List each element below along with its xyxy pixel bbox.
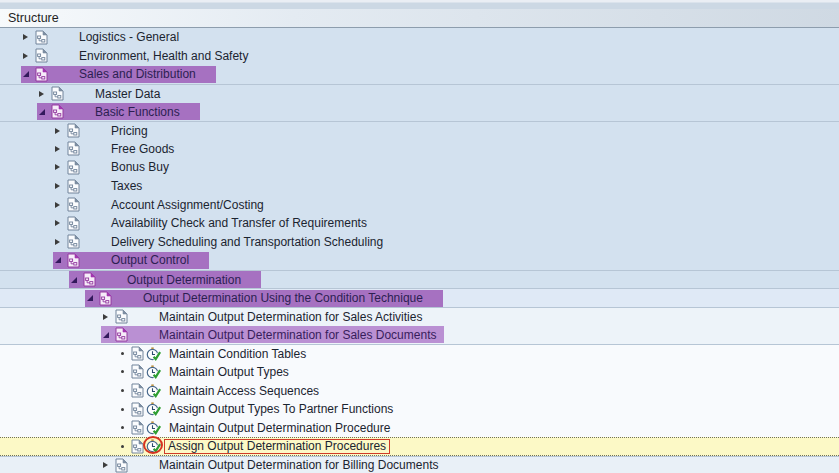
img-structure-node-icon — [115, 327, 128, 342]
red-circle-annotation[interactable] — [146, 438, 162, 454]
tree-item-label: Master Data — [95, 87, 160, 101]
tree-item-label: Maintain Condition Tables — [169, 347, 306, 361]
img-structure-node-icon — [131, 439, 144, 454]
img-activity-execute-icon[interactable] — [146, 364, 162, 380]
activity-icon-wrap[interactable] — [146, 364, 162, 380]
expand-toggle-icon[interactable] — [103, 314, 115, 320]
expand-toggle-icon[interactable] — [55, 128, 67, 134]
tree-item-label: Assign Output Determination Procedures — [168, 439, 386, 453]
expand-toggle-icon[interactable] — [55, 202, 67, 208]
tree-row[interactable]: Assign Output Determination Procedures — [0, 437, 839, 456]
expand-toggle-icon[interactable] — [55, 183, 67, 189]
img-activity-execute-icon[interactable] — [146, 346, 162, 362]
activity-icon-wrap[interactable] — [146, 420, 162, 436]
leaf-dot-icon — [119, 352, 131, 355]
expand-toggle-icon[interactable] — [55, 220, 67, 226]
img-activity-execute-icon[interactable] — [146, 438, 162, 454]
tree-item-label: Assign Output Types To Partner Functions — [169, 402, 393, 416]
tree-item-label: Availability Check and Transfer of Requi… — [111, 216, 367, 230]
tree-row[interactable]: Maintain Output Determination Procedure — [0, 418, 839, 437]
tree-row[interactable]: Maintain Output Determination for Sales … — [0, 326, 839, 345]
tree-item-label: Bonus Buy — [111, 160, 169, 174]
tree-item-label: Logistics - General — [79, 30, 179, 44]
img-activity-execute-icon[interactable] — [146, 383, 162, 399]
expand-toggle-icon[interactable] — [23, 53, 35, 59]
tree-row[interactable]: Delivery Scheduling and Transportation S… — [0, 233, 839, 252]
tree-item-label: Free Goods — [111, 142, 174, 156]
img-structure-node-icon — [131, 346, 144, 361]
tree-row[interactable]: Environment, Health and Safety — [0, 47, 839, 66]
img-structure-node-icon — [131, 364, 144, 379]
tree-row[interactable]: Account Assignment/Costing — [0, 195, 839, 214]
img-structure-node-icon — [67, 197, 80, 212]
tree-item-label: Output Determination Using the Condition… — [143, 291, 423, 305]
img-structure-node-icon — [67, 253, 80, 268]
tree-row[interactable]: Maintain Access Sequences — [0, 381, 839, 400]
collapse-toggle-icon[interactable] — [71, 277, 83, 283]
tree-row[interactable]: Bonus Buy — [0, 158, 839, 177]
expand-toggle-icon[interactable] — [55, 164, 67, 170]
tree-item-label: Maintain Output Determination Procedure — [169, 421, 390, 435]
tree-item-label: Environment, Health and Safety — [79, 49, 248, 63]
tree-row[interactable]: Master Data — [0, 84, 839, 103]
tree-row[interactable]: Maintain Output Determination for Billin… — [0, 456, 839, 473]
img-structure-node-icon — [131, 402, 144, 417]
tree-row[interactable]: Free Goods — [0, 140, 839, 159]
img-structure-node-icon — [35, 67, 48, 82]
img-structure-node-icon — [83, 272, 96, 287]
expand-toggle-icon[interactable] — [55, 146, 67, 152]
tree-row[interactable]: Output Determination — [0, 270, 839, 289]
structure-header: Structure — [0, 9, 839, 28]
tree-row[interactable]: Maintain Condition Tables — [0, 344, 839, 363]
expand-toggle-icon[interactable] — [103, 462, 115, 468]
tree-item-label: Delivery Scheduling and Transportation S… — [111, 235, 383, 249]
tree-row[interactable]: Assign Output Types To Partner Functions — [0, 400, 839, 419]
img-activity-execute-icon[interactable] — [146, 401, 162, 417]
tree-row[interactable]: Basic Functions — [0, 102, 839, 121]
tree-row[interactable]: Logistics - General — [0, 28, 839, 47]
collapse-toggle-icon[interactable] — [23, 71, 35, 77]
leaf-dot-icon — [119, 370, 131, 373]
img-structure-node-icon — [67, 179, 80, 194]
img-structure-node-icon — [131, 383, 144, 398]
img-structure-node-icon — [51, 104, 64, 119]
leaf-dot-icon — [119, 426, 131, 429]
tree: Logistics - GeneralEnvironment, Health a… — [0, 28, 839, 473]
collapse-toggle-icon[interactable] — [87, 295, 99, 301]
img-structure-node-icon — [67, 216, 80, 231]
img-structure-node-icon — [51, 86, 64, 101]
activity-icon-wrap[interactable] — [146, 401, 162, 417]
collapse-toggle-icon[interactable] — [55, 257, 67, 263]
tree-row[interactable]: Output Determination Using the Condition… — [0, 288, 839, 307]
tree-item-label: Sales and Distribution — [79, 67, 196, 81]
img-structure-node-icon — [99, 291, 112, 306]
img-structure-node-icon — [67, 141, 80, 156]
leaf-dot-icon — [119, 389, 131, 392]
tree-row[interactable]: Maintain Output Types — [0, 363, 839, 382]
expand-toggle-icon[interactable] — [23, 34, 35, 40]
img-structure-node-icon — [67, 234, 80, 249]
img-structure-window: Structure Logistics - GeneralEnvironment… — [0, 0, 839, 473]
img-activity-execute-icon[interactable] — [146, 420, 162, 436]
collapse-toggle-icon[interactable] — [103, 332, 115, 338]
tree-row[interactable]: Maintain Output Determination for Sales … — [0, 307, 839, 326]
activity-icon-wrap[interactable] — [146, 346, 162, 362]
tree-row[interactable]: Availability Check and Transfer of Requi… — [0, 214, 839, 233]
tree-item-label: Maintain Output Determination for Sales … — [159, 310, 422, 324]
tree-row[interactable]: Pricing — [0, 121, 839, 140]
expand-toggle-icon[interactable] — [55, 239, 67, 245]
tree-row[interactable]: Taxes — [0, 177, 839, 196]
img-structure-node-icon — [115, 458, 128, 473]
activity-icon-wrap[interactable] — [146, 383, 162, 399]
tree-item-label: Output Control — [111, 253, 189, 267]
tree-item-label: Maintain Access Sequences — [169, 384, 319, 398]
collapse-toggle-icon[interactable] — [39, 109, 51, 115]
tree-row[interactable]: Sales and Distribution — [0, 65, 839, 84]
tree-item-label: Basic Functions — [95, 105, 180, 119]
tree-item-label: Maintain Output Types — [169, 365, 289, 379]
leaf-dot-icon — [119, 445, 131, 448]
img-structure-node-icon — [35, 30, 48, 45]
tree-row[interactable]: Output Control — [0, 251, 839, 270]
img-structure-node-icon — [67, 160, 80, 175]
expand-toggle-icon[interactable] — [39, 91, 51, 97]
